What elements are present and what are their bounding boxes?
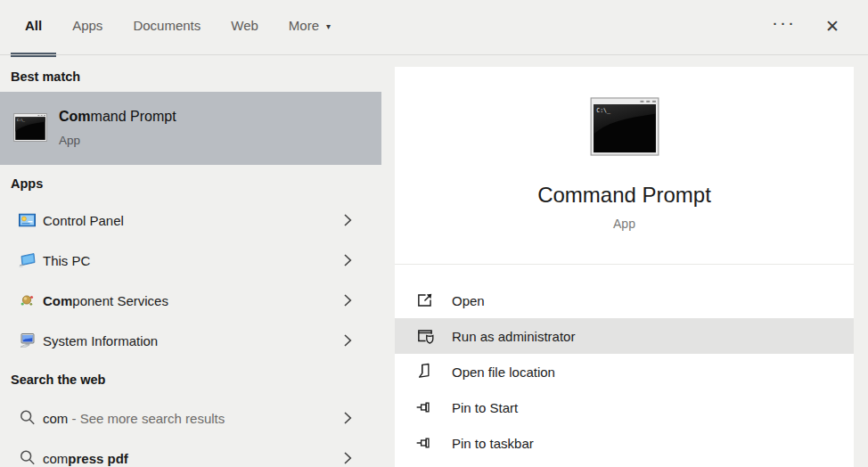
web-search-suggestion[interactable]: com - See more search results <box>0 397 381 438</box>
suggestion-text: com - See more search results <box>43 410 225 425</box>
best-match-title: Command Prompt <box>59 109 176 125</box>
divider <box>395 264 854 265</box>
action-pin-to-start[interactable]: Pin to Start <box>395 389 854 425</box>
more-options-icon[interactable]: ··· <box>772 12 796 33</box>
tab-more[interactable]: More ▾ <box>289 18 331 33</box>
search-filter-tabs: All Apps Documents Web More ▾ <box>25 18 331 33</box>
tab-documents[interactable]: Documents <box>133 18 201 33</box>
app-result-component-services[interactable]: Component Services <box>0 280 381 320</box>
app-result-system-information[interactable]: System Information <box>0 320 381 360</box>
action-label: Run as administrator <box>452 329 575 344</box>
pin-to-taskbar-icon <box>415 433 435 453</box>
chevron-right-icon[interactable] <box>344 333 352 347</box>
action-open[interactable]: Open <box>395 283 854 318</box>
tab-all[interactable]: All <box>25 18 42 33</box>
open-file-location-icon <box>415 362 435 381</box>
action-pin-to-taskbar[interactable]: Pin to taskbar <box>395 425 854 461</box>
section-header-apps: Apps <box>11 176 43 191</box>
best-match-result[interactable]: C:\_ Command Prompt App <box>0 92 381 165</box>
chevron-right-icon[interactable] <box>344 253 352 266</box>
chevron-right-icon[interactable] <box>344 213 352 226</box>
tab-label: Documents <box>133 18 201 33</box>
preview-title: Command Prompt <box>395 183 854 208</box>
command-prompt-icon: C:\_ <box>590 97 659 160</box>
result-label: This PC <box>43 252 90 267</box>
result-label: System Information <box>43 332 158 348</box>
system-information-icon <box>19 332 36 348</box>
control-panel-icon <box>19 211 36 228</box>
chevron-down-icon: ▾ <box>326 21 331 31</box>
open-icon <box>415 291 435 310</box>
app-result-this-pc[interactable]: This PC <box>0 240 381 280</box>
pin-to-start-icon <box>415 397 435 417</box>
app-result-control-panel[interactable]: Control Panel <box>0 200 381 240</box>
tab-apps[interactable]: Apps <box>72 18 102 33</box>
section-header-search-the-web: Search the web <box>11 373 105 387</box>
preview-subtitle: App <box>395 217 854 231</box>
chevron-right-icon[interactable] <box>344 451 352 464</box>
divider <box>0 54 868 55</box>
action-label: Pin to Start <box>452 400 518 415</box>
run-as-administrator-icon <box>415 326 435 346</box>
tab-label: Web <box>231 18 258 33</box>
tab-label: More <box>289 18 319 33</box>
action-label: Pin to taskbar <box>452 436 534 451</box>
web-search-suggestion[interactable]: compress pdf <box>0 438 381 467</box>
tab-label: Apps <box>72 18 102 33</box>
best-match-subtitle: App <box>59 134 80 147</box>
command-prompt-icon: C:\_ <box>13 113 47 145</box>
chevron-right-icon[interactable] <box>344 411 352 424</box>
search-icon <box>19 449 36 466</box>
preview-panel: C:\_ Command Prompt App Open <box>395 67 854 467</box>
close-icon[interactable]: ✕ <box>825 16 839 37</box>
action-open-file-location[interactable]: Open file location <box>395 354 854 389</box>
svg-text:C:\_: C:\_ <box>17 119 26 122</box>
component-services-icon <box>19 291 36 308</box>
action-run-as-administrator[interactable]: Run as administrator <box>395 318 854 354</box>
chevron-right-icon[interactable] <box>344 293 352 307</box>
svg-text:C:\_: C:\_ <box>596 107 610 114</box>
tab-web[interactable]: Web <box>231 18 258 33</box>
search-icon <box>19 409 36 426</box>
action-label: Open <box>452 293 485 308</box>
section-header-best-match: Best match <box>11 70 80 84</box>
result-label: Control Panel <box>43 212 124 227</box>
action-label: Open file location <box>452 365 555 380</box>
result-label: Component Services <box>43 292 168 307</box>
tab-label: All <box>25 18 42 33</box>
suggestion-text: compress pdf <box>43 450 128 465</box>
this-pc-icon <box>19 251 36 268</box>
